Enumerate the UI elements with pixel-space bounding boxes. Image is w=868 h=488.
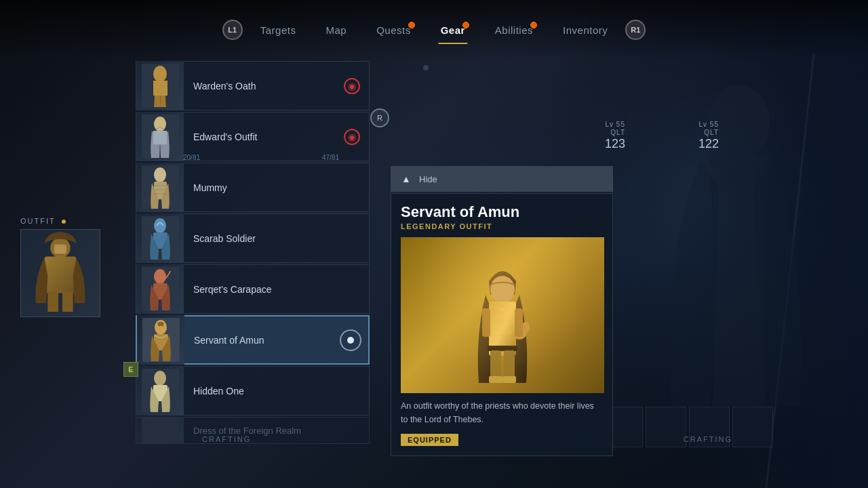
gear-thumb-mummy	[136, 163, 184, 212]
gear-item-scarab-soldier[interactable]: Scarab Soldier	[136, 214, 370, 263]
gear-name-edwards-outfit: Edward's Outfit	[184, 131, 342, 142]
gear-icon-wardens-oath	[342, 76, 362, 96]
gear-item-dress-foreign-realm[interactable]: Dress of the Foreign Realm	[136, 417, 370, 444]
svg-rect-39	[502, 376, 516, 383]
nav-abilities[interactable]: Abilities	[483, 19, 545, 41]
detail-description: An outfit worthy of the priests who devo…	[401, 400, 603, 426]
detail-panel: ▲ Hide Servant of Amun LEGENDARY OUTFIT	[391, 166, 613, 456]
gear-thumb-edwards-outfit	[136, 112, 184, 161]
svg-rect-41	[515, 308, 523, 337]
stats-panel-right: Lv 55 QLT 122	[698, 121, 719, 155]
gear-item-servant-of-amun[interactable]: Servant of Amun	[136, 315, 370, 365]
gear-name-hidden-one: Hidden One	[184, 386, 369, 396]
gear-name-mummy: Mummy	[184, 182, 369, 193]
svg-rect-5	[47, 292, 58, 312]
gear-item-mummy[interactable]: Mummy	[136, 163, 370, 212]
edwards-stat-left: 20/81	[183, 154, 200, 161]
svg-point-30	[154, 371, 166, 386]
svg-rect-38	[489, 376, 502, 383]
abilities-notification	[530, 22, 537, 28]
gear-name-scarab-soldier: Scarab Soldier	[184, 233, 369, 244]
svg-rect-10	[153, 81, 167, 96]
stat-value-right: 122	[698, 137, 719, 152]
spiral-icon-wardens-oath	[344, 78, 360, 94]
equipped-badge: EQUIPPED	[401, 434, 458, 446]
decorative-dot-top	[423, 65, 429, 70]
svg-point-12	[154, 117, 166, 131]
gear-name-wardens-oath: Warden's Oath	[184, 81, 342, 92]
left-trigger-button[interactable]: L1	[222, 20, 243, 40]
outfit-preview-character	[21, 230, 100, 317]
gear-name-dress-foreign-realm: Dress of the Foreign Realm	[184, 426, 369, 436]
gear-name-serqets-carapace: Serqet's Carapace	[184, 284, 369, 295]
stat-qlt-label-left: QLT	[605, 129, 625, 137]
gear-thumb-dress-foreign-realm	[136, 417, 184, 444]
gear-thumb-hidden-one	[136, 366, 184, 415]
spiral-icon-edwards	[344, 129, 360, 145]
svg-rect-13	[153, 131, 167, 144]
stat-lv-left: Lv 55	[605, 121, 625, 129]
svg-point-24	[154, 269, 166, 284]
svg-point-15	[154, 167, 166, 182]
nav-quests[interactable]: Quests	[364, 19, 423, 41]
right-trigger-button[interactable]: R1	[625, 20, 646, 40]
gear-item-wardens-oath[interactable]: Warden's Oath	[136, 61, 370, 110]
hide-bar[interactable]: ▲ Hide	[391, 166, 613, 192]
outfit-panel: OUTFIT	[20, 217, 100, 317]
gear-item-serqets-carapace[interactable]: Serqet's Carapace	[136, 264, 370, 314]
r-action-button[interactable]: R	[370, 108, 389, 127]
stat-qlt-label-right: QLT	[698, 129, 719, 137]
nav-inventory[interactable]: Inventory	[551, 19, 620, 41]
gear-thumb-serqets-carapace	[136, 264, 184, 314]
stat-value-left: 123	[605, 137, 625, 152]
detail-content: Servant of Amun LEGENDARY OUTFIT	[391, 193, 613, 456]
outfit-label: OUTFIT	[20, 217, 100, 225]
outfit-indicator-dot	[62, 220, 66, 224]
svg-rect-42	[482, 308, 490, 337]
svg-point-40	[521, 322, 530, 333]
detail-character-figure	[455, 241, 550, 390]
stats-panel-left: Lv 55 QLT 123	[605, 121, 625, 155]
svg-rect-36	[490, 350, 501, 383]
svg-rect-34	[489, 302, 516, 356]
svg-point-21	[154, 218, 166, 233]
gear-list: Warden's Oath Edward's Outfit 20/81 47/	[136, 61, 370, 445]
detail-title: Servant of Amun	[401, 203, 603, 221]
stat-lv-right: Lv 55	[698, 121, 719, 129]
detail-image-area	[401, 237, 604, 393]
crafting-label-right: CRAFTING	[684, 435, 732, 443]
svg-point-9	[153, 66, 167, 82]
gear-thumb-scarab-soldier	[136, 214, 184, 263]
gear-icon-edwards-outfit	[342, 127, 362, 147]
svg-rect-7	[54, 245, 66, 254]
svg-point-33	[490, 276, 515, 303]
detail-subtitle: LEGENDARY OUTFIT	[401, 222, 603, 230]
e-action-button[interactable]: E	[123, 362, 138, 377]
svg-rect-32	[142, 417, 179, 444]
servant-equipped-indicator	[340, 329, 361, 351]
hide-label: Hide	[419, 174, 437, 184]
svg-rect-6	[62, 292, 73, 312]
svg-rect-37	[504, 350, 515, 383]
nav-targets[interactable]: Targets	[248, 19, 309, 41]
outfit-preview[interactable]	[20, 229, 100, 317]
nav-gear[interactable]: Gear	[429, 19, 477, 41]
nav-map[interactable]: Map	[313, 19, 359, 41]
svg-rect-4	[44, 256, 76, 293]
gear-item-hidden-one[interactable]: Hidden One	[136, 366, 370, 415]
quests-notification	[408, 22, 415, 28]
svg-rect-35	[488, 346, 517, 351]
gear-name-servant-of-amun: Servant of Amun	[184, 335, 340, 346]
gear-thumb-wardens-oath	[136, 61, 184, 110]
gear-notification	[462, 22, 469, 28]
gear-thumb-servant-of-amun	[137, 315, 184, 365]
edwards-stat-right: 47/81	[322, 154, 339, 161]
triangle-icon: ▲	[400, 173, 412, 185]
top-navigation: L1 Targets Map Quests Gear Abilities Inv…	[0, 0, 868, 60]
crafting-label-left: CRAFTING	[202, 435, 251, 443]
